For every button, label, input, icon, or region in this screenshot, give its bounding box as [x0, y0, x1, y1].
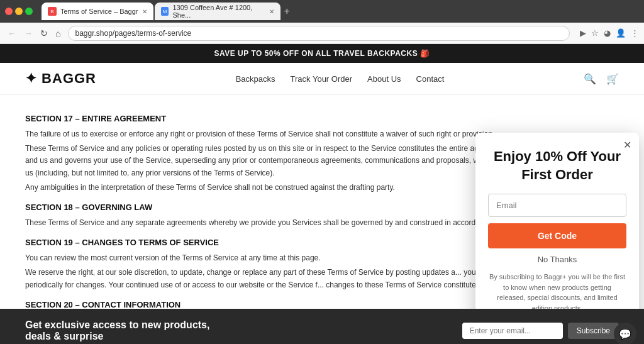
- popup-no-thanks-link[interactable]: No Thanks: [488, 255, 626, 264]
- popup-email-input[interactable]: [488, 194, 626, 217]
- cast-icon[interactable]: ▶: [580, 28, 586, 38]
- promo-text: SAVE UP TO 50% OFF ON ALL TRAVEL BACKPAC…: [214, 49, 430, 58]
- tab-favicon-terms: B: [48, 7, 57, 16]
- maximize-window-button[interactable]: [25, 8, 33, 15]
- address-text: baggr.shop/pages/terms-of-service: [75, 29, 191, 38]
- address-bar-row: ← → ↻ ⌂ baggr.shop/pages/terms-of-servic…: [0, 23, 644, 44]
- site-logo[interactable]: ✦ BAGGR: [25, 70, 96, 87]
- tab-maps[interactable]: M 1309 Coffeen Ave # 1200, She... ✕: [155, 3, 280, 20]
- main-nav: Backpacks Track Your Order About Us Cont…: [236, 74, 445, 84]
- address-bar[interactable]: baggr.shop/pages/terms-of-service: [68, 26, 570, 41]
- footer-subscribe-button[interactable]: Subscribe: [568, 323, 619, 339]
- cart-icon[interactable]: 🛒: [606, 73, 619, 85]
- close-window-button[interactable]: [5, 8, 13, 15]
- menu-icon[interactable]: ⋮: [631, 28, 639, 38]
- profile-icon[interactable]: 👤: [616, 28, 626, 38]
- tab-label-terms: Terms of Service – Baggr: [60, 8, 138, 15]
- tab-label-maps: 1309 Coffeen Ave # 1200, She...: [172, 4, 265, 19]
- nav-buttons: ← → ↻ ⌂: [5, 27, 63, 40]
- tab-bar: B Terms of Service – Baggr ✕ M 1309 Coff…: [42, 3, 639, 20]
- popup-overlay: ✕ Enjoy 10% Off Your First Order Get Cod…: [0, 95, 644, 309]
- footer-email-input[interactable]: [462, 323, 563, 339]
- extensions-icon[interactable]: ◕: [604, 28, 611, 38]
- chat-bubble-button[interactable]: 💬: [614, 323, 636, 344]
- popup-get-code-button[interactable]: Get Code: [488, 223, 626, 248]
- browser-chrome: B Terms of Service – Baggr ✕ M 1309 Coff…: [0, 0, 644, 23]
- bookmark-icon[interactable]: ☆: [591, 28, 599, 38]
- window-controls: [5, 8, 33, 15]
- nav-track[interactable]: Track Your Order: [291, 74, 353, 84]
- nav-backpacks[interactable]: Backpacks: [236, 74, 275, 84]
- popup-close-button[interactable]: ✕: [623, 139, 631, 151]
- discount-popup: ✕ Enjoy 10% Off Your First Order Get Cod…: [475, 133, 639, 309]
- header-icons: 🔍 🛒: [584, 73, 619, 85]
- search-icon[interactable]: 🔍: [584, 73, 596, 85]
- page-content: SECTION 17 – ENTIRE AGREEMENT The failur…: [0, 95, 644, 309]
- popup-title: Enjoy 10% Off Your First Order: [488, 148, 626, 184]
- back-button[interactable]: ←: [5, 27, 19, 40]
- address-bar-icons: ▶ ☆ ◕ 👤 ⋮: [580, 28, 639, 38]
- popup-disclaimer: By subscribing to Baggr+ you will be the…: [488, 272, 626, 309]
- minimize-window-button[interactable]: [15, 8, 23, 15]
- nav-about[interactable]: About Us: [367, 74, 401, 84]
- home-button[interactable]: ⌂: [53, 27, 63, 40]
- forward-button[interactable]: →: [21, 27, 35, 40]
- tab-close-terms[interactable]: ✕: [142, 8, 147, 15]
- tab-favicon-maps: M: [161, 7, 169, 16]
- tab-close-maps[interactable]: ✕: [269, 8, 274, 15]
- reload-button[interactable]: ↻: [38, 27, 50, 40]
- tab-terms[interactable]: B Terms of Service – Baggr ✕: [42, 3, 153, 20]
- footer-headline: Get exclusive access to new products, de…: [25, 319, 214, 342]
- footer-banner: Get exclusive access to new products, de…: [0, 309, 644, 344]
- site-header: ✦ BAGGR Backpacks Track Your Order About…: [0, 63, 644, 95]
- footer-form: Subscribe: [462, 323, 619, 339]
- new-tab-button[interactable]: +: [282, 6, 292, 17]
- nav-contact[interactable]: Contact: [416, 74, 445, 84]
- promo-banner: SAVE UP TO 50% OFF ON ALL TRAVEL BACKPAC…: [0, 44, 644, 63]
